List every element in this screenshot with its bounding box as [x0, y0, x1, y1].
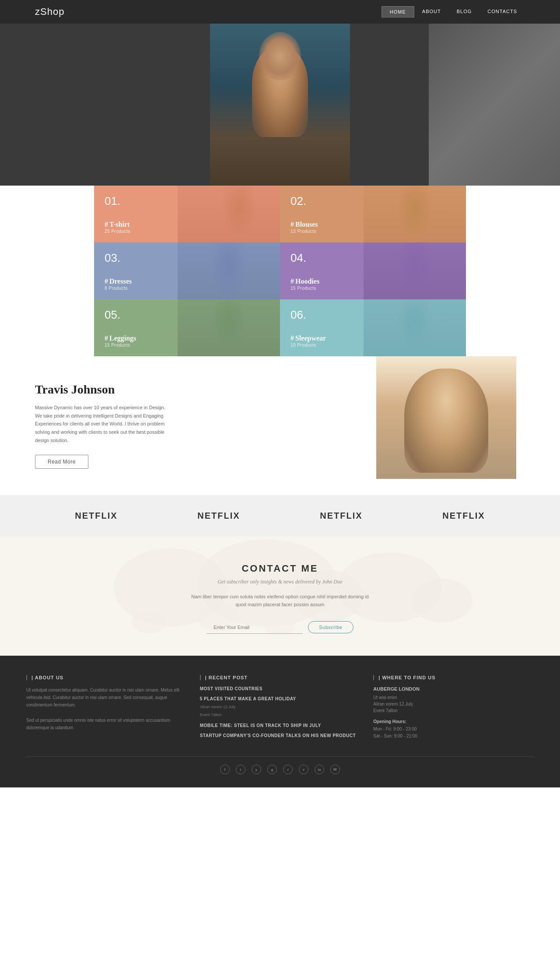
footer-post-link-1[interactable]: MOST VISITED COUNTRIES [200, 686, 360, 691]
footer-post-link-4[interactable]: STARTUP COMPANY'S CO-FOUNDER TALKS ON HI… [200, 733, 360, 738]
nav-home[interactable]: HOME [382, 6, 414, 18]
partner-netflix-4: NETFLIX [442, 511, 485, 521]
partner-netflix-1: NETFLIX [75, 511, 117, 521]
nav-contacts[interactable]: CONTACTS [480, 6, 525, 18]
cat-bg-2 [364, 186, 466, 242]
social-linkedin[interactable]: in [315, 765, 324, 774]
partner-netflix-3: NETFLIX [320, 511, 362, 521]
footer-location-detail: Ut wisi enimAliran vorem 12.JulyEvent 7a… [373, 694, 534, 714]
category-hoodies[interactable]: 04. #Hoodies 15 Products [280, 242, 466, 299]
social-youtube[interactable]: y [252, 765, 261, 774]
subscribe-button[interactable]: Subscribe [308, 621, 353, 633]
footer: | ABOUT US Ut volutpat consectetur aliqu… [0, 656, 560, 787]
footer-posts-title: | RECENT POST [200, 675, 360, 680]
hero-section [0, 24, 560, 186]
category-tshirt[interactable]: 01. #T-shirt 25 Products [94, 186, 280, 242]
nav-blog[interactable]: BLOG [449, 6, 480, 18]
footer-hours-title: Opening Hours: [373, 719, 534, 724]
category-dresses[interactable]: 03. #Dresses 8 Products [94, 242, 280, 299]
contact-section: CONTACT ME Get subscriber only insights … [0, 537, 560, 655]
about-model-image [376, 356, 516, 479]
footer-posts-col: | RECENT POST MOST VISITED COUNTRIES 5 P… [200, 675, 360, 743]
footer-post-4: STARTUP COMPANY'S CO-FOUNDER TALKS ON HI… [200, 733, 360, 738]
category-blouses[interactable]: 02. #Blouses 13 Products [280, 186, 466, 242]
contact-form: Subscribe [35, 621, 525, 634]
categories-section: 01. #T-shirt 25 Products 02. #Blouses 13… [0, 186, 560, 356]
social-facebook[interactable]: f [220, 765, 230, 774]
footer-bottom: f t y g ♪ v in ✉ [26, 756, 534, 774]
hero-image [210, 24, 350, 186]
cat-bg-6 [364, 299, 466, 356]
contact-subtitle: Get subscriber only insights & news deli… [35, 579, 525, 585]
social-twitter[interactable]: t [236, 765, 245, 774]
cat-bg-4 [364, 242, 466, 299]
footer-about-text-2: Sed ut perspiciatis unde omnis iste natu… [26, 717, 187, 731]
footer-about-title: | ABOUT US [26, 675, 187, 680]
footer-post-2: 5 PLACES THAT MAKE A GREAT HOLIDAY Alira… [200, 696, 360, 718]
read-more-button[interactable]: Read More [35, 455, 88, 469]
footer-find-title: | WHERE TO FIND US [373, 675, 534, 680]
category-leggings[interactable]: 05. #Leggings 15 Products [94, 299, 280, 356]
about-name: Travis Johnson [35, 383, 166, 397]
partner-netflix-2: NETFLIX [197, 511, 240, 521]
header: zShop HOME ABOUT BLOG CONTACTS [0, 0, 560, 24]
social-music[interactable]: ♪ [283, 765, 293, 774]
social-googleplus[interactable]: g [267, 765, 277, 774]
footer-post-3: MOBILE TIME: STEEL IS ON TRACK TO SHIP I… [200, 723, 360, 728]
categories-grid: 01. #T-shirt 25 Products 02. #Blouses 13… [94, 186, 466, 356]
partners-section: NETFLIX NETFLIX NETFLIX NETFLIX [0, 495, 560, 537]
footer-post-1: MOST VISITED COUNTRIES [200, 686, 360, 691]
social-email[interactable]: ✉ [330, 765, 340, 774]
footer-post-date-2: Aliran vorem 12.JulyEvent 7alton [200, 705, 236, 717]
cat-bg-1 [178, 186, 280, 242]
footer-hours: Mon - Fri: 9:00 - 23:00Sat - Sun: 9:00 -… [373, 726, 534, 740]
email-input[interactable] [206, 621, 303, 634]
nav: HOME ABOUT BLOG CONTACTS [382, 6, 525, 18]
about-description: Massive Dynamic has over 10 years of exp… [35, 404, 166, 444]
social-vimeo[interactable]: v [299, 765, 308, 774]
about-section: Travis Johnson Massive Dynamic has over … [0, 356, 560, 495]
footer-post-link-2[interactable]: 5 PLACES THAT MAKE A GREAT HOLIDAY [200, 696, 360, 701]
nav-about[interactable]: ABOUT [414, 6, 449, 18]
footer-find-col: | WHERE TO FIND US AUBERGE LONDON Ut wis… [373, 675, 534, 743]
contact-body: Nam liber tempor cum soluta nobis eleife… [188, 593, 372, 608]
contact-title: CONTACT ME [35, 563, 525, 574]
footer-about-text: Ut volutpat consectetur aliquam. Curabit… [26, 686, 187, 709]
footer-about-col: | ABOUT US Ut volutpat consectetur aliqu… [26, 675, 187, 743]
about-text-block: Travis Johnson Massive Dynamic has over … [35, 383, 166, 469]
cat-bg-3 [178, 242, 280, 299]
hero-right-image [429, 24, 560, 186]
footer-location-name: AUBERGE LONDON [373, 686, 534, 692]
cat-bg-5 [178, 299, 280, 356]
footer-post-link-3[interactable]: MOBILE TIME: STEEL IS ON TRACK TO SHIP I… [200, 723, 360, 728]
hero-model [210, 24, 350, 186]
category-sleepwear[interactable]: 06. #Sleepwear 10 Products [280, 299, 466, 356]
logo[interactable]: zShop [35, 6, 64, 18]
footer-columns: | ABOUT US Ut volutpat consectetur aliqu… [26, 675, 534, 743]
